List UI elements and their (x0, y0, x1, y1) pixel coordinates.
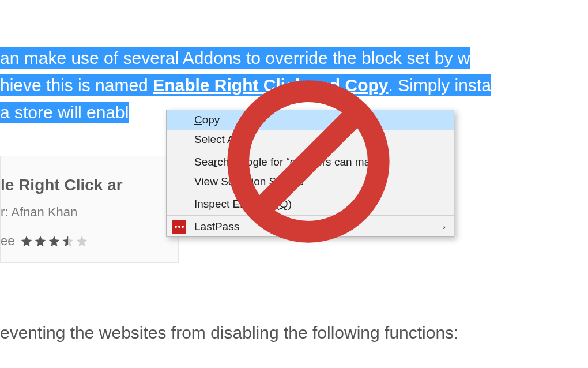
star-icon (48, 235, 61, 247)
addon-price-rating: ee (1, 234, 172, 249)
star-half-icon (62, 235, 74, 247)
selected-text-line2b: . Simply insta (389, 74, 491, 96)
addon-price: ee (1, 234, 14, 249)
context-menu-view-selection-source[interactable]: View Selection Source (167, 172, 454, 191)
context-menu-lastpass[interactable]: LastPass › (167, 217, 454, 236)
selected-text-line2a: hieve this is named (0, 74, 153, 96)
selected-text-strong: Enable Right Click and Copy (153, 74, 388, 96)
selected-text-line1: an make use of several Addons to overrid… (0, 47, 470, 69)
context-menu-copy[interactable]: Copy (167, 110, 454, 130)
addon-title: le Right Click ar (1, 176, 172, 194)
star-icon (34, 235, 47, 247)
submenu-arrow-icon: › (443, 222, 446, 231)
lastpass-icon (172, 220, 186, 234)
selected-text-line3: a store will enabl (0, 102, 129, 123)
context-menu-search-google[interactable]: Search Google for “ox users can ma…” (167, 152, 454, 172)
context-menu-separator (167, 151, 454, 151)
context-menu[interactable]: Copy Select All Search Google for “ox us… (166, 110, 454, 237)
addon-info-card: le Right Click ar r: Afnan Khan ee (0, 156, 179, 263)
context-menu-separator (167, 215, 454, 216)
rating-stars (20, 235, 88, 247)
context-menu-separator (167, 193, 454, 193)
context-menu-select-all[interactable]: Select All (167, 130, 454, 149)
article-bottom-text: eventing the websites from disabling the… (0, 323, 588, 343)
star-empty-icon (76, 235, 88, 247)
addon-author: r: Afnan Khan (1, 205, 172, 220)
context-menu-inspect-element[interactable]: Inspect Element (Q) (167, 194, 454, 214)
star-icon (20, 235, 33, 247)
